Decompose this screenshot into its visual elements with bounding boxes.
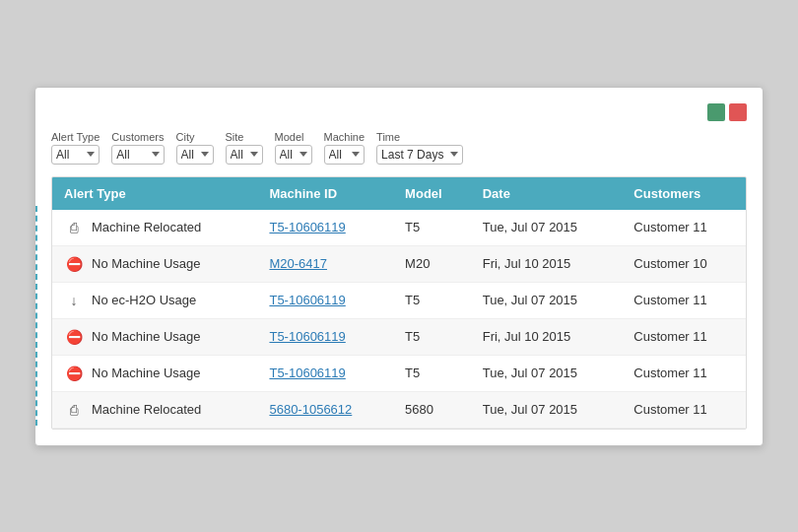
cell-alert-type: ⛔No Machine Usage xyxy=(52,318,257,355)
filter-select-time[interactable]: Last 7 Days xyxy=(376,145,463,165)
cell-customers: Customer 10 xyxy=(622,245,746,282)
alert-icon-no_usage: ⛔ xyxy=(64,254,84,274)
cell-alert-type: ⛔No Machine Usage xyxy=(52,355,257,391)
filter-group-site: SiteAll xyxy=(226,131,263,165)
cell-date: Fri, Jul 10 2015 xyxy=(471,318,623,355)
machine-id-link[interactable]: M20-6417 xyxy=(269,256,327,271)
cell-model: M20 xyxy=(393,245,471,282)
cell-alert-type: ↓No ec-H2O Usage xyxy=(52,282,257,318)
table-row: ⎙Machine RelocatedT5-10606119T5Tue, Jul … xyxy=(52,210,746,246)
cell-customers: Customer 11 xyxy=(622,210,746,246)
cell-date: Tue, Jul 07 2015 xyxy=(471,355,623,391)
cell-alert-type: ⎙Machine Relocated xyxy=(52,210,257,246)
cell-date: Fri, Jul 10 2015 xyxy=(471,245,623,282)
filter-group-time: TimeLast 7 Days xyxy=(376,131,463,165)
alert-icon-machine_relocated: ⎙ xyxy=(64,400,84,420)
filter-bar: Alert TypeAllCustomersAllCityAllSiteAllM… xyxy=(51,131,747,165)
cell-model: T5 xyxy=(393,282,471,318)
filter-select-customers[interactable]: All xyxy=(111,145,164,165)
table-row: ⛔No Machine UsageT5-10606119T5Fri, Jul 1… xyxy=(52,318,746,355)
alert-icon-no_ec: ↓ xyxy=(64,291,84,310)
filter-select-machine[interactable]: All xyxy=(324,145,366,165)
machine-id-link[interactable]: T5-10606119 xyxy=(269,220,345,234)
filter-group-city: CityAll xyxy=(176,131,214,165)
filter-group-customers: CustomersAll xyxy=(111,131,164,165)
alert-type-text: No ec-H2O Usage xyxy=(92,293,196,307)
cell-customers: Customer 11 xyxy=(622,355,746,391)
cell-customers: Customer 11 xyxy=(622,391,746,428)
table-row: ⛔No Machine UsageT5-10606119T5Tue, Jul 0… xyxy=(52,355,746,391)
alert-type-text: No Machine Usage xyxy=(92,366,201,380)
table-row: ↓No ec-H2O UsageT5-10606119T5Tue, Jul 07… xyxy=(52,282,746,318)
cell-machine-id: T5-10606119 xyxy=(257,210,393,246)
filter-label-1: Customers xyxy=(111,131,164,143)
filter-label-0: Alert Type xyxy=(51,131,100,143)
filter-select-city[interactable]: All xyxy=(176,145,214,165)
cell-machine-id: T5-10606119 xyxy=(257,318,393,355)
cell-machine-id: M20-6417 xyxy=(257,245,393,282)
close-button[interactable] xyxy=(729,103,747,121)
alerts-table-wrapper: Alert TypeMachine IDModelDateCustomers ⎙… xyxy=(51,176,747,430)
filter-select-alert-type[interactable]: All xyxy=(51,145,100,165)
col-header-machine-id: Machine ID xyxy=(257,177,393,210)
machine-id-link[interactable]: 5680-1056612 xyxy=(269,402,352,417)
cell-model: T5 xyxy=(393,318,471,355)
alert-type-text: Machine Relocated xyxy=(92,402,201,417)
alert-type-text: Machine Relocated xyxy=(92,220,201,234)
filter-label-3: Site xyxy=(226,131,263,143)
cell-machine-id: T5-10606119 xyxy=(257,355,393,391)
cell-machine-id: 5680-1056612 xyxy=(257,391,393,428)
table-header: Alert TypeMachine IDModelDateCustomers xyxy=(52,177,746,210)
table-row: ⛔No Machine UsageM20-6417M20Fri, Jul 10 … xyxy=(52,245,746,282)
filter-group-model: ModelAll xyxy=(275,131,312,165)
machine-id-link[interactable]: T5-10606119 xyxy=(269,329,345,344)
alert-type-text: No Machine Usage xyxy=(92,256,201,271)
filter-label-6: Time xyxy=(376,131,463,143)
panel-controls xyxy=(707,103,747,121)
col-header-customers: Customers xyxy=(622,177,746,210)
cell-customers: Customer 11 xyxy=(622,318,746,355)
filter-group-machine: MachineAll xyxy=(324,131,366,165)
machine-id-link[interactable]: T5-10606119 xyxy=(269,293,345,307)
cell-alert-type: ⛔No Machine Usage xyxy=(52,245,257,282)
machine-id-link[interactable]: T5-10606119 xyxy=(269,366,345,380)
filter-label-5: Machine xyxy=(324,131,366,143)
left-accent-decoration xyxy=(35,206,39,426)
table-row: ⎙Machine Relocated5680-10566125680Tue, J… xyxy=(52,391,746,428)
filter-select-site[interactable]: All xyxy=(226,145,263,165)
alert-icon-no_usage: ⛔ xyxy=(64,327,84,347)
col-header-model: Model xyxy=(393,177,471,210)
cell-model: T5 xyxy=(393,210,471,246)
col-header-alert-type: Alert Type xyxy=(52,177,257,210)
cell-date: Tue, Jul 07 2015 xyxy=(471,391,623,428)
cell-model: T5 xyxy=(393,355,471,391)
alerts-table: Alert TypeMachine IDModelDateCustomers ⎙… xyxy=(52,177,746,429)
cell-alert-type: ⎙Machine Relocated xyxy=(52,391,257,428)
filter-label-4: Model xyxy=(275,131,312,143)
cell-customers: Customer 11 xyxy=(622,282,746,318)
col-header-date: Date xyxy=(471,177,623,210)
filter-select-model[interactable]: All xyxy=(275,145,312,165)
cell-model: 5680 xyxy=(393,391,471,428)
critical-alerts-panel: Alert TypeAllCustomersAllCityAllSiteAllM… xyxy=(34,87,764,446)
cell-date: Tue, Jul 07 2015 xyxy=(471,282,623,318)
table-body: ⎙Machine RelocatedT5-10606119T5Tue, Jul … xyxy=(52,210,746,429)
filter-group-alert-type: Alert TypeAll xyxy=(51,131,100,165)
alert-icon-machine_relocated: ⎙ xyxy=(64,218,84,237)
cell-machine-id: T5-10606119 xyxy=(257,282,393,318)
panel-header xyxy=(51,103,747,121)
alert-icon-no_usage: ⛔ xyxy=(64,364,84,383)
cell-date: Tue, Jul 07 2015 xyxy=(471,210,623,246)
minimize-button[interactable] xyxy=(707,103,725,121)
alert-type-text: No Machine Usage xyxy=(92,329,201,344)
filter-label-2: City xyxy=(176,131,214,143)
